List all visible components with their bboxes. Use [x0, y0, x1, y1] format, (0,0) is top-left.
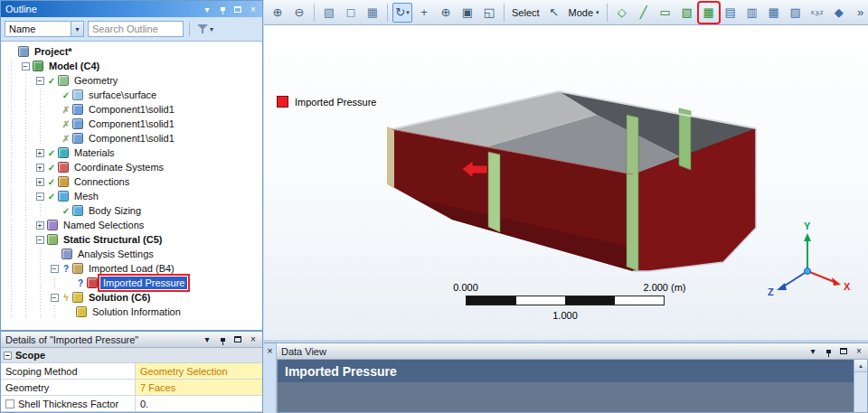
tree-item-label[interactable]: Component1\solid1 [86, 132, 177, 145]
checkbox[interactable] [5, 399, 14, 408]
expander-minus-icon[interactable]: − [22, 62, 30, 70]
xyz-probe-icon[interactable]: x,y,z [807, 3, 827, 23]
graph-icon[interactable]: ▨ [786, 3, 806, 23]
tree-item-coordinate-systems[interactable]: +✓Coordinate Systems [5, 160, 262, 174]
tree-item-body-sizing[interactable]: ✓Body Sizing [5, 203, 262, 218]
selection-info-icon[interactable]: ▤ [721, 3, 741, 23]
tree-item-connections[interactable]: +✓Connections [5, 174, 262, 189]
close-icon[interactable]: × [247, 333, 259, 346]
tree-item-solution-c6[interactable]: −ϟSolution (C6) [5, 290, 262, 305]
zoom-fit-icon[interactable]: ◱ [479, 3, 499, 23]
pan-tool-icon[interactable]: + [414, 3, 434, 23]
worksheet-icon[interactable]: ▥ [742, 3, 762, 23]
tree-item-label[interactable]: Connections [71, 175, 132, 188]
expander-minus-icon[interactable]: − [36, 77, 44, 85]
cursor-icon[interactable]: ↖ [544, 3, 564, 23]
tree-item-geometry[interactable]: −✓Geometry [5, 73, 262, 88]
pin-icon[interactable] [822, 345, 835, 358]
section-collapse-icon[interactable]: − [4, 352, 12, 360]
tree-item-label[interactable]: Imported Load (B4) [86, 262, 177, 275]
tree-item-component1-solid1[interactable]: ✗Component1\solid1 [5, 117, 262, 131]
tree-item-project[interactable]: Project* [5, 44, 262, 59]
maximize-icon[interactable] [231, 333, 244, 346]
details-value[interactable]: Geometry Selection [136, 363, 262, 379]
viewport-3d[interactable]: Y X Z Imported Pressure 0.000 2.000 (m) … [264, 25, 868, 340]
extend-selection-icon[interactable]: ▦ [699, 3, 719, 23]
tree-item-label[interactable]: Solution Information [90, 305, 184, 318]
tree-item-mesh[interactable]: −✓Mesh [5, 189, 262, 203]
expander-minus-icon[interactable]: − [36, 236, 44, 244]
close-icon[interactable]: × [247, 3, 259, 15]
window-menu-icon[interactable]: ▾ [201, 3, 213, 15]
tree-item-imported-pressure[interactable]: ?Imported Pressure [5, 276, 262, 290]
expander-plus-icon[interactable]: + [36, 221, 44, 230]
table-icon[interactable]: ▦ [764, 3, 784, 23]
window-menu-icon[interactable]: ▾ [201, 333, 213, 346]
tree-item-surface-surface[interactable]: ✓surface\surface [5, 88, 262, 102]
tree-item-label[interactable]: Materials [71, 146, 118, 159]
search-outline-input[interactable] [88, 21, 184, 37]
tree-item-materials[interactable]: +✓Materials [5, 145, 262, 160]
expander-plus-icon[interactable]: + [36, 149, 44, 157]
window-menu-icon[interactable]: ▾ [807, 345, 819, 358]
tree-item-label[interactable]: Imported Pressure [100, 277, 187, 289]
scroll-up-icon[interactable]: ▴ [854, 360, 867, 372]
tree-item-label[interactable]: surface\surface [86, 89, 159, 101]
tree-item-label[interactable]: Component1\solid1 [86, 117, 177, 130]
details-value[interactable]: 0. [136, 396, 262, 411]
tree-item-label[interactable]: Mesh [71, 190, 101, 202]
tree-item-label[interactable]: Coordinate Systems [71, 161, 166, 174]
rotate-tool-icon[interactable]: ↻▾ [392, 3, 412, 23]
tree-item-label[interactable]: Analysis Settings [75, 248, 156, 260]
select-label[interactable]: Select [509, 7, 542, 18]
orientation-triad[interactable]: Y X Z [768, 221, 851, 297]
tree-item-solution-information[interactable]: Solution Information [5, 305, 262, 319]
name-filter-dropdown[interactable]: Name ▾ [5, 21, 84, 37]
expander-plus-icon[interactable]: + [36, 178, 44, 186]
box-zoom-tool-icon[interactable]: ▣ [458, 3, 477, 23]
zoom-out-icon[interactable]: ⊖ [289, 3, 309, 23]
filter-options-button[interactable]: ▾ [195, 23, 215, 34]
close-icon[interactable]: × [853, 345, 865, 358]
chevron-down-icon[interactable]: ▾ [71, 22, 83, 36]
expander-minus-icon[interactable]: − [51, 294, 59, 302]
expander-minus-icon[interactable]: − [51, 265, 59, 273]
tree-item-label[interactable]: Static Structural (C5) [61, 233, 165, 246]
select-face-icon[interactable]: ▭ [656, 3, 675, 23]
tree-item-label[interactable]: Solution (C6) [86, 291, 153, 304]
pin-icon[interactable] [216, 333, 229, 346]
tree-item-model-c4[interactable]: −Model (C4) [5, 59, 262, 73]
tree-item-label[interactable]: Model (C4) [46, 60, 102, 72]
tree-item-label[interactable]: Geometry [71, 74, 120, 87]
select-vertex-icon[interactable]: ◇ [612, 3, 632, 23]
dataview-close-icon[interactable]: × [267, 346, 272, 355]
maximize-icon[interactable] [231, 3, 244, 15]
tree-item-component1-solid1[interactable]: ✗Component1\solid1 [5, 131, 262, 145]
details-section-scope[interactable]: −Scope [1, 348, 262, 363]
tree-item-analysis-settings[interactable]: Analysis Settings [5, 247, 262, 261]
select-edge-icon[interactable]: ╱ [634, 3, 654, 23]
expander-plus-icon[interactable]: + [36, 164, 44, 172]
tree-item-static-structural-c5[interactable]: −Static Structural (C5) [5, 232, 262, 247]
tree-item-imported-load-b4[interactable]: −?Imported Load (B4) [5, 261, 262, 276]
zoom-in-icon[interactable]: ⊕ [268, 3, 288, 23]
dataview-scrollbar[interactable]: ▴ [854, 360, 867, 412]
wireframe-icon[interactable]: ◻ [341, 3, 361, 23]
show-mesh-icon[interactable]: ▦ [363, 3, 382, 23]
toolbar-overflow-icon[interactable]: » [851, 3, 868, 23]
tree-item-label[interactable]: Body Sizing [86, 204, 144, 217]
zoom-tool-icon[interactable]: ⊕ [436, 3, 456, 23]
details-value[interactable]: 7 Faces [136, 380, 262, 395]
tree-item-named-selections[interactable]: +Named Selections [5, 218, 262, 232]
maximize-icon[interactable] [837, 345, 850, 358]
shaded-exterior-icon[interactable]: ▧ [319, 3, 339, 23]
mode-dropdown[interactable]: Mode▾ [566, 7, 602, 18]
expander-minus-icon[interactable]: − [36, 192, 44, 201]
pin-icon[interactable] [216, 3, 229, 15]
tree-item-label[interactable]: Component1\solid1 [86, 103, 177, 116]
tree-item-label[interactable]: Named Selections [61, 219, 146, 231]
tree-item-label[interactable]: Project* [32, 45, 75, 58]
tag-icon[interactable]: ◆ [829, 3, 849, 23]
tree-item-component1-solid1[interactable]: ✗Component1\solid1 [5, 102, 262, 117]
select-body-icon[interactable]: ▧ [677, 3, 697, 23]
